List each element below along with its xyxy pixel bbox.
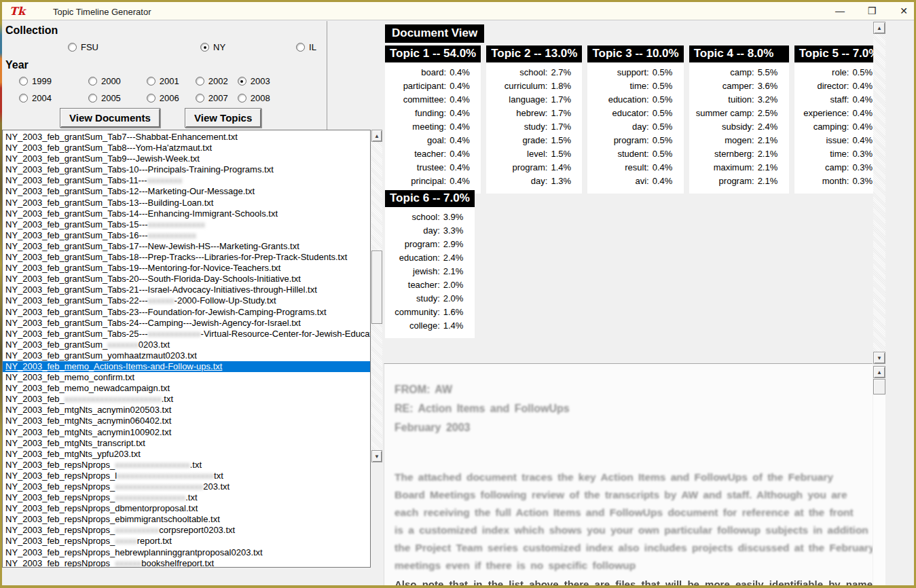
topics-scrollbar[interactable]: ▲ ▼ [873,22,885,364]
radio-icon[interactable] [296,43,305,52]
list-item[interactable]: NY_2003_feb_grantSum_Tab8---Yom-Ha'atzma… [3,143,370,153]
radio-icon[interactable] [19,77,28,86]
list-item[interactable]: NY_2003_feb_repsNprops_xxxxxxxxxxxxxxxxx… [3,460,370,471]
list-item[interactable]: NY_2003_feb_grantSum_Tabs-14---Enhancing… [3,208,370,219]
scroll-down-icon[interactable]: ▼ [371,450,382,462]
list-item[interactable]: NY_2003_feb_grantSum_Tabs-11---xxxxxxxx [3,175,370,186]
year-option-2005[interactable]: 2005 [88,93,121,103]
list-item[interactable]: NY_2003_feb_grantSum_Tabs-10---Principal… [3,164,370,175]
listbox-scrollbar-thumb[interactable] [371,251,382,324]
list-item[interactable]: NY_2003_feb_grantSum_Tabs-25---xxxxxxxxx… [3,329,370,339]
close-button[interactable]: ✕ [894,2,914,20]
filename-text: NY_2003_feb_grantSum_Tabs-19---Mentoring… [5,263,280,273]
filename-text: txt [214,471,223,481]
minimize-button[interactable]: — [830,2,850,20]
radio-icon[interactable] [238,94,246,103]
radio-icon[interactable] [88,77,97,86]
list-item[interactable]: NY_2003_feb_repsNprops_xxxxxreport.txt [3,536,370,547]
radio-icon[interactable] [19,94,28,103]
year-option-2003[interactable]: 2003 [238,76,270,86]
radio-icon[interactable] [147,77,155,86]
year-option-2006[interactable]: 2006 [147,93,179,103]
scroll-up-icon[interactable]: ▲ [371,130,382,142]
list-item[interactable]: NY_2003_feb_repsNprops_lxxxxxxxxxxxxxxxx… [3,471,370,481]
topic-word-row: school:3.9% [392,210,471,224]
year-option-2004[interactable]: 2004 [19,93,52,103]
list-item[interactable]: NY_2003_feb_repsNprops_hebrewplanninggra… [3,547,370,558]
document-text-scrollbar-thumb[interactable] [873,379,885,394]
topic-word: program: [696,174,754,188]
radio-icon[interactable] [238,77,246,86]
list-item[interactable]: NY_2003_feb_mtgNts_acnymin020503.txt [3,405,370,416]
list-item[interactable]: NY_2003_feb_repsNprops_dbmentorproposal.… [3,503,370,514]
year-option-2008[interactable]: 2008 [238,93,270,103]
year-option-2000[interactable]: 2000 [88,76,121,86]
list-item[interactable]: NY_2003_feb_mtgNts_acnymin060402.txt [3,416,370,426]
list-item[interactable]: NY_2003_feb_grantSum_Tabs-21---Israel-Ad… [3,284,370,295]
year-option-2001[interactable]: 2001 [147,76,179,86]
title-bar[interactable]: Tk Topic Timeline Generator — ❒ ✕ [2,2,914,20]
list-item[interactable]: NY_2003_feb_memo_newadcampaign.txt [3,383,370,394]
topic-word-percent: 0.4% [450,134,477,147]
radio-icon[interactable] [196,77,204,86]
list-item[interactable]: NY_2003_feb_grantSum_xxxxxxx0203.txt [3,339,370,350]
topic-word-row: community:1.6% [392,306,471,319]
topic-word-percent: 0.4% [450,107,477,120]
list-item[interactable]: NY_2003_feb_grantSum_Tabs-17---New-Jewis… [3,241,370,252]
topic-word: meeting: [392,120,446,134]
list-item[interactable]: NY_2003_feb_repsNprops_xxxxxxxxxxxxxxxxx… [3,481,370,492]
list-item[interactable]: NY_2003_feb_mtgNts_acnymin100902.txt [3,427,370,438]
document-text-area[interactable]: FROM: AWRE: Action Items and FollowUpsFe… [384,363,873,585]
filename-text: NY_2003_feb_grantSum_Tab7---Shabbat-Enha… [5,132,238,142]
list-item[interactable]: NY_2003_feb_grantSum_Tabs-12---Marketing… [3,186,370,197]
list-item[interactable]: NY_2003_feb_grantSum_Tab9---Jewish-Week.… [3,153,370,164]
maximize-button[interactable]: ❒ [862,2,882,20]
list-item[interactable]: NY_2003_feb_grantSum_Tab7---Shabbat-Enha… [3,132,370,143]
list-item[interactable]: NY_2003_feb_grantSum_Tabs-13---Building-… [3,198,370,208]
radio-icon[interactable] [196,94,204,103]
list-item[interactable]: NY_2003_feb_mtgNts_ypfu203.txt [3,449,370,460]
year-option-2007[interactable]: 2007 [196,93,228,103]
document-text-scrollbar[interactable]: ▲ [873,366,885,585]
list-item[interactable]: NY_2003_feb_memo_Actions-Items-and-Follo… [3,361,370,372]
view-documents-button[interactable]: View Documents [60,108,160,128]
collection-option-ny[interactable]: NY [200,42,225,52]
topic-word: day: [493,174,547,188]
collection-option-il[interactable]: IL [296,42,316,52]
list-item[interactable]: NY_2003_feb_mtgNts_transcript.txt [3,438,370,449]
list-item[interactable]: NY_2003_feb_grantSum_Tabs-22---xxxxxx-20… [3,295,370,306]
collection-option-fsu[interactable]: FSU [68,42,98,52]
list-item[interactable]: NY_2003_feb_grantSum_Tabs-19---Mentoring… [3,263,370,274]
scroll-up-icon[interactable]: ▲ [873,366,885,378]
list-item[interactable]: NY_2003_feb_grantSum_Tabs-16---xxxxxxxxx… [3,230,370,241]
list-item[interactable]: NY_2003_feb_grantSum_Tabs-23---Foundatio… [3,307,370,318]
list-item[interactable]: NY_2003_feb_repsNprops_xxxxxxxxxxxxxxxx.… [3,492,370,503]
list-item[interactable]: NY_2003_feb_grantSum_Tabs-18---Prep-Trac… [3,252,370,263]
redacted-text: xxxxxx [148,295,175,306]
year-option-2002[interactable]: 2002 [196,76,228,86]
list-item[interactable]: NY_2003_feb_grantSum_Tabs-20---South-Flo… [3,274,370,284]
radio-icon[interactable] [147,94,155,103]
list-item[interactable]: NY_2003_feb_xxxxxxxxxxxxxxxxxxxxxx.txt [3,394,370,405]
view-topics-button[interactable]: View Topics [185,108,261,128]
list-item[interactable]: NY_2003_feb_memo_confirm.txt [3,372,370,383]
year-option-1999[interactable]: 1999 [19,76,52,86]
list-item[interactable]: NY_2003_feb_grantSum_Tabs-15---xxxxxxxxx… [3,219,370,230]
listbox-scrollbar[interactable]: ▲ ▼ [371,130,382,462]
collection-option-label: NY [213,42,225,52]
topic-box: Topic 3 -- 10.0%support:0.5%time:0.5%edu… [587,45,683,194]
topic-word: director: [801,79,849,93]
filename-text: NY_2003_feb_grantSum_Tabs-12---Marketing… [5,186,255,196]
topic-word-percent: 1.3% [551,174,578,188]
radio-icon[interactable] [68,43,77,52]
list-item[interactable]: NY_2003_feb_grantSum_Tabs-24---Camping--… [3,318,370,329]
scroll-down-icon[interactable]: ▼ [873,352,885,364]
document-listbox[interactable]: NY_2003_feb_grantSum_Tab7---Shabbat-Enha… [2,130,371,568]
list-item[interactable]: NY_2003_feb_repsNprops_ebimmigrantschool… [3,514,370,525]
radio-icon[interactable] [88,94,97,103]
list-item[interactable]: NY_2003_feb_grantSum_yomhaatzmaut0203.tx… [3,350,370,361]
list-item[interactable]: NY_2003_feb_repsNprops_xxxxxxbookshelfre… [3,558,370,568]
radio-icon[interactable] [200,43,209,52]
scroll-up-icon[interactable]: ▲ [873,22,885,34]
list-item[interactable]: NY_2003_feb_repsNprops_xxxxxxxxxxcorpsre… [3,525,370,536]
